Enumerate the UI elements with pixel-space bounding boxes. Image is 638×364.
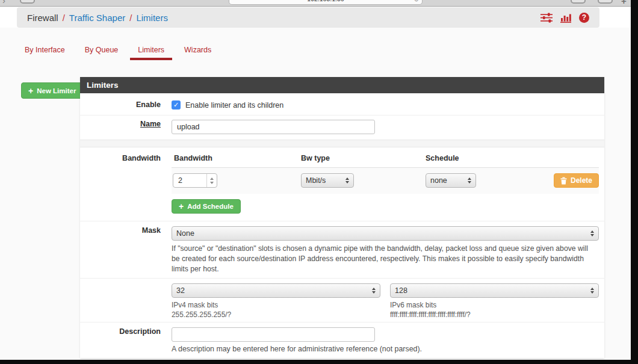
breadcrumb: Firewall / Traffic Shaper / Limiters ? [17,7,599,28]
col-bandwidth: Bandwidth [172,154,301,162]
bandwidth-table-row: 2 Mbit/s none [172,168,599,194]
header-icons: ? [540,13,589,23]
ipv6-mask-select[interactable]: 128 [390,283,599,298]
stepper-icon[interactable] [206,174,217,187]
ipv4-mask-pattern: 255.255.255.255/? [172,310,380,319]
breadcrumb-separator: / [129,13,132,23]
mask-label: Mask [80,226,172,274]
select-arrows-icon [590,288,594,294]
mask-row: Mask None If "source" or "destination" s… [80,221,604,278]
enable-label: Enable [80,100,172,110]
mask-select[interactable]: None [172,226,599,241]
sidebar-button[interactable] [20,0,35,4]
browser-viewport: › 192.168.1.56↻ + Firewall / Traffic Sha… [0,0,631,360]
ipv6-mask-group: 128 IPv6 mask bits ffff:ffff:ffff:ffff:f… [390,283,599,319]
enable-checkbox[interactable]: ✓ [172,100,181,110]
breadcrumb-current[interactable]: Limiters [136,13,168,23]
ipv6-mask-pattern: ffff:ffff:ffff:ffff:ffff:ffff:ffff:ffff/… [390,310,599,319]
breadcrumb-section: Firewall [27,13,58,23]
sliders-icon[interactable] [540,13,553,23]
new-limiter-button[interactable]: + New Limiter [21,82,83,99]
enable-checkbox-label: Enable limiter and its children [185,101,283,110]
address-url: 192.168.1.56 [307,0,344,2]
panel-title: Limiters [80,77,604,93]
tab-limiters[interactable]: Limiters [138,46,164,60]
new-limiter-label: New Limiter [37,87,76,94]
bandwidth-table-header: Bandwidth Bw type Schedule [172,154,599,168]
ipv4-mask-group: 32 IPv4 mask bits 255.255.255.255/? [172,283,380,319]
col-bw-type: Bw type [301,154,426,162]
enable-row: Enable ✓ Enable limiter and its children [80,93,604,115]
description-help-text: A description may be entered here for ad… [172,345,599,353]
select-arrows-icon [590,230,594,236]
ipv4-mask-help: IPv4 mask bits [172,301,380,309]
back-chevron-icon[interactable]: › [2,0,5,5]
mask-help-text: If "source" or "destination" slots is ch… [172,244,599,274]
delete-button[interactable]: Delete [554,173,599,188]
delete-label: Delete [571,176,592,185]
bandwidth-value: 2 [173,176,206,185]
description-row: Description A description may be entered… [80,322,604,358]
bw-type-select[interactable]: Mbit/s [301,173,354,188]
ipv4-mask-select[interactable]: 32 [172,283,380,298]
plus-icon: + [28,88,33,94]
bar-chart-icon[interactable] [560,13,571,23]
add-schedule-button[interactable]: + Add Schedule [172,199,241,214]
tab-by-queue[interactable]: By Queue [85,46,119,60]
tabs-button[interactable] [598,0,613,4]
mask-value: None [176,229,587,238]
ipv6-mask-help: IPv6 mask bits [390,301,599,309]
plus-icon: + [179,203,184,209]
address-bar[interactable]: 192.168.1.56↻ [229,0,423,5]
breadcrumb-link-traffic-shaper[interactable]: Traffic Shaper [69,13,125,23]
col-schedule: Schedule [426,154,599,162]
add-schedule-row: + Add Schedule [80,194,604,221]
ipv6-mask-value: 128 [395,286,587,295]
ipv4-mask-value: 32 [176,286,368,295]
new-tab-button[interactable]: + [621,0,627,6]
schedule-value: none [430,176,464,185]
bandwidth-input[interactable]: 2 [173,173,217,188]
select-arrows-icon [468,177,471,184]
description-input[interactable] [172,327,375,342]
select-arrows-icon [345,177,349,184]
browser-chrome: › 192.168.1.56↻ + [0,0,631,7]
name-input[interactable] [172,120,375,134]
mask-bits-row: 32 IPv4 mask bits 255.255.255.255/? 128 … [80,278,604,322]
tab-bar: By Interface By Queue Limiters Wizards [25,46,211,60]
bw-type-value: Mbit/s [306,176,342,185]
name-label: Name [140,120,161,128]
limiters-panel: Limiters Enable ✓ Enable limiter and its… [80,77,604,358]
help-icon[interactable]: ? [579,13,589,23]
tab-wizards[interactable]: Wizards [184,46,211,60]
name-row: Name [80,115,604,140]
breadcrumb-separator: / [63,13,65,23]
bandwidth-label: Bandwidth [80,154,172,194]
trash-icon [560,177,567,185]
description-label: Description [80,327,172,353]
schedule-select[interactable]: none [426,173,476,188]
bandwidth-row: Bandwidth Bandwidth Bw type Schedule 2 [80,147,604,194]
select-arrows-icon [372,288,376,294]
reload-icon[interactable]: ↻ [414,0,419,5]
tab-by-interface[interactable]: By Interface [25,46,65,60]
add-schedule-label: Add Schedule [187,203,234,210]
section-separator [80,140,604,147]
share-button[interactable] [571,0,586,4]
